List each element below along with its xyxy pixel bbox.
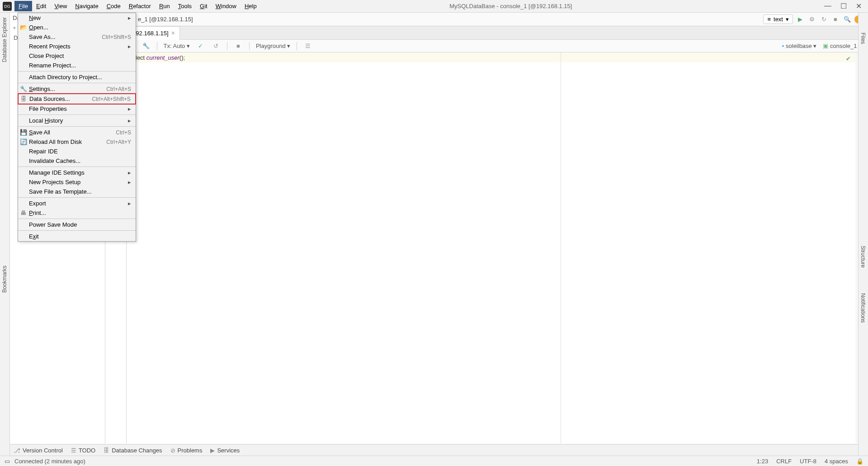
menu-item-save-all[interactable]: 💾Save AllCtrl+S: [18, 128, 136, 137]
menu-tools[interactable]: Tools: [174, 1, 196, 11]
inspection-ok-icon[interactable]: ✔: [846, 55, 851, 62]
search-button[interactable]: 🔍: [843, 15, 852, 24]
menu-item-invalidate-caches-[interactable]: Invalidate Caches...: [18, 156, 136, 166]
menu-item-settings-[interactable]: 🔧Settings...Ctrl+Alt+S: [18, 84, 136, 94]
bottom-tab-label: Problems: [178, 447, 203, 454]
playground-dropdown[interactable]: Playground ▾: [256, 43, 290, 49]
menu-run[interactable]: Run: [155, 1, 174, 11]
app-logo-icon: DG: [3, 2, 12, 11]
debug-button[interactable]: ⚙: [807, 15, 816, 24]
menu-item-rename-project-[interactable]: Rename Project...: [18, 61, 136, 70]
menu-item-power-save-mode[interactable]: Power Save Mode: [18, 220, 136, 229]
menu-item-data-sources-[interactable]: 🗄Data Sources...Ctrl+Alt+Shift+S: [18, 93, 136, 105]
menu-item-repair-ide[interactable]: Repair IDE: [18, 147, 136, 156]
bookmarks-tab[interactable]: Bookmarks: [0, 261, 9, 297]
menu-item-export[interactable]: Export▸: [18, 199, 136, 208]
view-options-icon[interactable]: ☰: [303, 42, 312, 51]
services-icon: ▶: [210, 447, 215, 454]
bottom-tool-tabs: ⎇Version Control☰TODO🗄Database Changes⊘P…: [10, 444, 858, 456]
shortcut: Ctrl+Alt+Y: [106, 139, 131, 145]
bottom-tab-database-changes[interactable]: 🗄Database Changes: [104, 447, 162, 454]
menu-view[interactable]: View: [50, 1, 71, 11]
submenu-arrow-icon: ▸: [128, 43, 131, 50]
menu-item-new-projects-setup[interactable]: New Projects Setup▸: [18, 177, 136, 187]
tx-label: Tx: Auto: [164, 43, 185, 49]
menu-window[interactable]: Window: [212, 1, 241, 11]
structure-tab[interactable]: Structure: [859, 242, 868, 271]
editor-line[interactable]: lect current_user();: [127, 52, 855, 62]
menu-item-save-as-[interactable]: Save As...Ctrl+Shift+S: [18, 32, 136, 42]
menu-bar: DG FileEditViewNavigateCodeRefactorRunTo…: [0, 0, 868, 13]
shortcut: Ctrl+Shift+S: [102, 34, 131, 40]
close-button[interactable]: ✕: [856, 2, 862, 10]
menu-edit[interactable]: Edit: [32, 1, 50, 11]
bottom-tab-todo[interactable]: ☰TODO: [71, 447, 95, 454]
minimize-button[interactable]: —: [824, 2, 831, 10]
menu-refactor[interactable]: Refactor: [125, 1, 155, 11]
files-tab[interactable]: Files: [859, 29, 868, 48]
bottom-tab-services[interactable]: ▶Services: [210, 447, 240, 454]
stop-button[interactable]: ■: [831, 15, 840, 24]
menu-item-label: Open...: [29, 24, 48, 31]
status-bar-icon[interactable]: ▭: [5, 458, 10, 465]
bottom-tab-label: Services: [217, 447, 240, 454]
tab-close-button[interactable]: ×: [171, 29, 175, 37]
menu-item-reload-all-from-disk[interactable]: 🔄Reload All from DiskCtrl+Alt+Y: [18, 137, 136, 147]
file-menu: New▸📂Open...Save As...Ctrl+Shift+SRecent…: [18, 13, 136, 242]
menu-help[interactable]: Help: [241, 1, 261, 11]
caret-position[interactable]: 1:23: [757, 458, 768, 465]
schema-label: soleilbase: [786, 43, 812, 49]
file-encoding[interactable]: UTF-8: [800, 458, 816, 465]
database-explorer-tab[interactable]: Database Explorer: [0, 13, 9, 67]
menu-item-attach-directory-to-project-[interactable]: Attach Directory to Project...: [18, 72, 136, 82]
console-label: console_1: [830, 43, 857, 49]
menu-item-new[interactable]: New▸: [18, 13, 136, 23]
menu-item-recent-projects[interactable]: Recent Projects▸: [18, 42, 136, 51]
menu-item-file-properties[interactable]: File Properties▸: [18, 104, 136, 114]
menu-item-label: Repair IDE: [29, 148, 58, 155]
menu-code[interactable]: Code: [103, 1, 125, 11]
commit-icon[interactable]: ✓: [196, 42, 205, 51]
maximize-button[interactable]: ☐: [840, 2, 847, 10]
tx-dropdown[interactable]: Tx: Auto ▾: [164, 43, 190, 49]
menu-item-label: File Properties: [29, 105, 67, 112]
menu-item-exit[interactable]: Exit: [18, 232, 136, 241]
bottom-tab-problems[interactable]: ⊘Problems: [170, 447, 203, 454]
console-dropdown[interactable]: ▣ console_1 ▾: [823, 43, 862, 49]
wrench-icon[interactable]: 🔧: [142, 42, 151, 51]
submenu-arrow-icon: ▸: [128, 179, 131, 185]
rerun-button[interactable]: ↻: [819, 15, 828, 24]
line-separator[interactable]: CRLF: [776, 458, 792, 465]
code-editor[interactable]: lect current_user(); ✔: [127, 52, 855, 443]
menu-file[interactable]: File: [14, 1, 32, 11]
reload-icon: 🔄: [20, 138, 27, 145]
menu-item-close-project[interactable]: Close Project: [18, 51, 136, 61]
branch-icon: ⎇: [14, 447, 20, 454]
indent-setting[interactable]: 4 spaces: [825, 458, 848, 465]
menu-item-open-[interactable]: 📂Open...: [18, 23, 136, 32]
menu-git[interactable]: Git: [196, 1, 212, 11]
shortcut: Ctrl+S: [116, 129, 131, 136]
menu-item-label: Rename Project...: [29, 62, 76, 69]
notifications-tab[interactable]: Notifications: [859, 290, 868, 326]
run-button[interactable]: ▶: [796, 15, 805, 24]
menu-item-label: Data Sources...: [29, 95, 70, 102]
stop-query-icon[interactable]: ■: [234, 42, 243, 51]
submenu-arrow-icon: ▸: [128, 200, 131, 207]
left-gutter: Database Explorer Bookmarks: [0, 13, 10, 456]
output-format-dropdown[interactable]: ≡ text ▾: [763, 14, 793, 24]
menu-navigate[interactable]: Navigate: [71, 1, 102, 11]
rollback-icon[interactable]: ↺: [212, 42, 221, 51]
bottom-tab-label: TODO: [79, 447, 95, 454]
menu-item-manage-ide-settings[interactable]: Manage IDE Settings▸: [18, 168, 136, 177]
bottom-tab-version-control[interactable]: ⎇Version Control: [14, 447, 63, 454]
add-button[interactable]: +: [13, 24, 16, 31]
schema-dropdown[interactable]: ▪ soleilbase ▾: [782, 43, 817, 49]
menu-item-print-[interactable]: 🖶Print...: [18, 208, 136, 218]
menu-item-local-history[interactable]: Local History▸: [18, 116, 136, 125]
menu-item-label: Save File as Template...: [29, 188, 92, 195]
menu-item-label: Save All: [29, 129, 50, 136]
problems-icon: ⊘: [170, 447, 175, 454]
lock-icon[interactable]: 🔒: [856, 458, 863, 465]
menu-item-save-file-as-template-[interactable]: Save File as Template...: [18, 187, 136, 196]
